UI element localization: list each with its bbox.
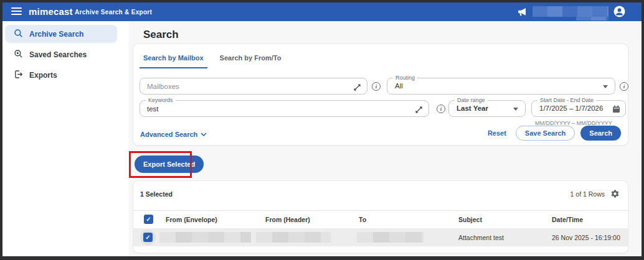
advanced-search-label: Advanced Search	[140, 131, 197, 138]
column-header-datetime[interactable]: Date/Time	[552, 216, 583, 223]
mailboxes-info-icon[interactable]	[372, 82, 381, 91]
start-end-date-value: 1/7/2025 – 1/7/2026	[539, 104, 603, 112]
form-actions: Reset Save Search Search	[488, 126, 621, 141]
chevron-down-icon	[513, 108, 518, 111]
routing-info-icon[interactable]	[620, 82, 628, 91]
calendar-icon[interactable]	[612, 104, 620, 116]
results-card: 1 Selected 1 of 1 Rows From (Envelope) F…	[133, 180, 628, 253]
app-title: Archive Search & Export	[75, 9, 152, 16]
top-navigation-bar: mimecast Archive Search & Export	[2, 2, 642, 21]
selected-count: 1 Selected	[140, 190, 173, 198]
gear-icon[interactable]	[610, 189, 620, 198]
start-end-date-field[interactable]: Start Date - End Date 1/7/2025 – 1/7/202…	[531, 100, 626, 117]
redacted-user-info-2	[576, 17, 608, 21]
column-header-to[interactable]: To	[359, 216, 366, 223]
sidebar-item-label: Archive Search	[29, 30, 83, 39]
mailboxes-field[interactable]	[140, 78, 367, 95]
keywords-input[interactable]	[147, 101, 411, 116]
cell-subject: Attachment test	[458, 234, 504, 241]
keywords-info-icon[interactable]	[437, 104, 445, 113]
reset-button[interactable]: Reset	[488, 129, 506, 137]
row-checkbox[interactable]	[143, 233, 153, 242]
sidebar-item-exports[interactable]: Exports	[5, 66, 117, 84]
routing-value: All	[395, 82, 403, 90]
app-page: mimecast Archive Search & Export	[2, 2, 642, 256]
sidebar-item-label: Saved Searches	[29, 50, 87, 59]
table-row[interactable]: Attachment test 26 Nov 2025 - 16:19:00	[133, 228, 628, 246]
sidebar-item-saved-searches[interactable]: Saved Searches	[5, 45, 117, 63]
mimecast-logo: mimecast	[29, 6, 73, 17]
sidebar: Archive Search Saved Searches Exports	[2, 21, 129, 256]
rows-meta: 1 of 1 Rows	[571, 189, 620, 198]
advanced-search-link[interactable]: Advanced Search	[140, 131, 207, 138]
row-checkbox-halo	[140, 230, 156, 245]
hamburger-menu-icon[interactable]	[11, 7, 22, 16]
redacted-user-info	[533, 6, 608, 17]
date-range-label: Date range	[455, 97, 488, 104]
export-selected-button[interactable]: Export Selected	[135, 156, 204, 173]
column-header-subject[interactable]: Subject	[458, 216, 482, 223]
sidebar-item-label: Exports	[29, 71, 57, 80]
tab-search-by-mailbox[interactable]: Search by Mailbox	[140, 53, 207, 68]
routing-select[interactable]: Routing All	[387, 78, 615, 95]
redacted-cell-to	[357, 232, 424, 243]
user-avatar-icon[interactable]	[613, 6, 625, 17]
tab-search-by-from-to[interactable]: Search by From/To	[216, 53, 285, 68]
routing-label: Routing	[393, 75, 417, 81]
redacted-cell-from-envelope	[159, 232, 251, 243]
page-title: Search	[143, 29, 179, 41]
search-button[interactable]: Search	[580, 126, 621, 141]
cell-datetime: 26 Nov 2025 - 16:19:00	[552, 234, 620, 241]
export-icon	[14, 70, 23, 81]
redacted-cell-from-header	[256, 232, 331, 243]
search-icon	[14, 29, 23, 40]
announcements-icon[interactable]	[517, 7, 527, 19]
chevron-down-icon	[603, 85, 608, 88]
keywords-field[interactable]: Keywords	[140, 100, 429, 117]
column-header-from-header[interactable]: From (Header)	[265, 216, 310, 223]
sidebar-item-archive-search[interactable]: Archive Search	[5, 25, 117, 43]
column-header-from-envelope[interactable]: From (Envelope)	[166, 216, 217, 223]
expand-icon[interactable]	[415, 105, 423, 116]
date-range-select[interactable]: Date range Last Year	[448, 100, 526, 117]
start-end-date-label: Start Date - End Date	[537, 97, 596, 104]
select-all-checkbox[interactable]	[144, 215, 153, 224]
chevron-down-icon	[201, 132, 207, 136]
date-range-value: Last Year	[457, 104, 488, 112]
save-search-button[interactable]: Save Search	[516, 126, 575, 141]
table-header-row: From (Envelope) From (Header) To Subject…	[133, 210, 628, 228]
rows-count: 1 of 1 Rows	[571, 190, 605, 198]
search-tabs: Search by Mailbox Search by From/To	[140, 53, 285, 68]
search-card: Search by Mailbox Search by From/To Rout…	[133, 44, 628, 146]
expand-icon[interactable]	[353, 83, 361, 94]
saved-search-icon	[14, 49, 23, 60]
mailboxes-input[interactable]	[147, 79, 349, 93]
window-frame: mimecast Archive Search & Export	[0, 0, 644, 260]
main-content: Search Search by Mailbox Search by From/…	[129, 21, 642, 256]
